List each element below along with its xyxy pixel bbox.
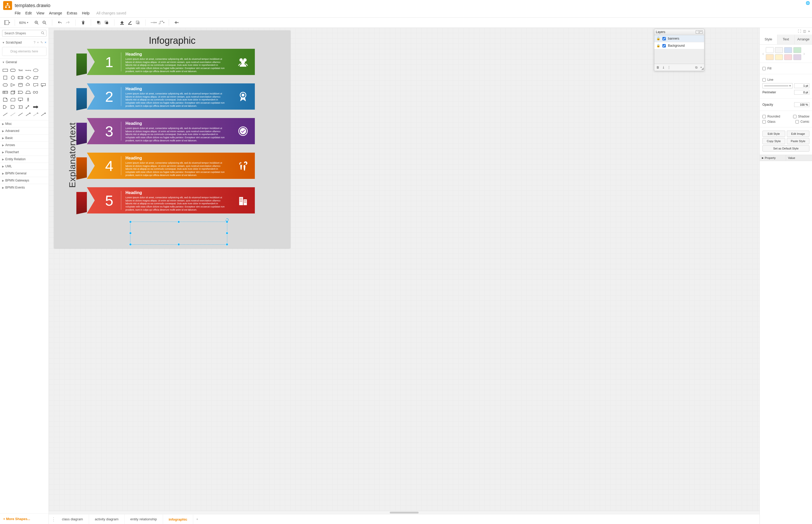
shape-ellipse[interactable] bbox=[32, 67, 39, 73]
shadow-icon[interactable] bbox=[134, 19, 141, 26]
infographic-title[interactable]: Infographic bbox=[54, 30, 290, 49]
format-panel-icon[interactable]: ◫ bbox=[803, 29, 806, 33]
shape-blank3[interactable] bbox=[40, 89, 46, 96]
line-checkbox[interactable] bbox=[762, 78, 766, 82]
shape-line1[interactable] bbox=[2, 111, 9, 117]
zoom-dropdown[interactable]: 60%▾ bbox=[19, 21, 28, 24]
cat-bpmn-general[interactable]: ▶BPMN General bbox=[0, 170, 49, 177]
cat-flowchart[interactable]: ▶Flowchart bbox=[0, 148, 49, 155]
collapse-icon[interactable]: » bbox=[808, 29, 810, 33]
line-color-icon[interactable] bbox=[127, 19, 133, 26]
shadow-checkbox[interactable] bbox=[793, 115, 797, 118]
layers-minimize-icon[interactable]: – bbox=[696, 30, 699, 34]
fullscreen-icon[interactable]: ⛶ bbox=[798, 29, 801, 33]
shape-triangle[interactable] bbox=[10, 82, 16, 88]
paste-style-button[interactable]: Paste Style bbox=[787, 138, 810, 144]
shape-trapezoid[interactable] bbox=[25, 89, 32, 96]
swatch-prev[interactable]: ‹ bbox=[762, 51, 764, 56]
menu-help[interactable]: Help bbox=[82, 11, 90, 15]
shape-blank4[interactable] bbox=[32, 97, 39, 103]
cat-advanced[interactable]: ▶Advanced bbox=[0, 127, 49, 134]
to-back-icon[interactable] bbox=[103, 19, 110, 26]
layer-delete-icon[interactable]: 🗑 bbox=[656, 66, 659, 69]
rounded-checkbox[interactable] bbox=[762, 115, 766, 118]
delete-icon[interactable] bbox=[80, 19, 86, 26]
lock-open-icon[interactable]: 🔓 bbox=[656, 37, 660, 40]
scratchpad-add-icon[interactable]: + bbox=[37, 40, 39, 44]
search-input[interactable] bbox=[2, 30, 46, 37]
insert-icon[interactable]: +▾ bbox=[173, 19, 180, 26]
rtab-style[interactable]: Style bbox=[760, 35, 777, 44]
horizontal-scrollbar[interactable] bbox=[49, 511, 760, 514]
shape-arrow-line-dashed[interactable] bbox=[32, 111, 39, 117]
language-icon[interactable]: 🌐 bbox=[806, 1, 810, 5]
edit-style-button[interactable]: Edit Style bbox=[762, 131, 785, 137]
general-header[interactable]: ▼General bbox=[0, 59, 49, 66]
to-front-icon[interactable] bbox=[95, 19, 102, 26]
shape-text[interactable]: Text bbox=[17, 67, 24, 73]
color-swatch[interactable] bbox=[775, 47, 783, 53]
zoom-in-icon[interactable] bbox=[33, 19, 40, 26]
tab-infographic[interactable]: infographic bbox=[163, 514, 193, 524]
cat-uml[interactable]: ▶UML bbox=[0, 163, 49, 170]
file-title[interactable]: templates.drawio bbox=[15, 3, 50, 9]
app-logo[interactable] bbox=[3, 1, 12, 10]
shape-process[interactable] bbox=[17, 75, 24, 81]
banner-ribbon[interactable]: 4HeadingLorem ipsum dolor sit amet, cons… bbox=[87, 153, 255, 179]
cat-arrows[interactable]: ▶Arrows bbox=[0, 141, 49, 148]
waypoints-icon[interactable]: ▾ bbox=[158, 19, 164, 26]
scratchpad-close-icon[interactable]: × bbox=[45, 40, 46, 44]
cat-bpmn-gateways[interactable]: ▶BPMN Gateways bbox=[0, 177, 49, 184]
shape-and[interactable] bbox=[10, 104, 16, 110]
glass-checkbox[interactable] bbox=[762, 120, 766, 124]
vertical-label[interactable]: Explanatorytext bbox=[67, 122, 77, 188]
banner-ribbon[interactable]: 2HeadingLorem ipsum dolor sit amet, cons… bbox=[87, 83, 255, 110]
redo-icon[interactable] bbox=[64, 19, 71, 26]
color-swatch[interactable] bbox=[793, 47, 801, 53]
shape-diamond[interactable] bbox=[25, 75, 32, 81]
set-default-style-button[interactable]: Set as Default Style bbox=[762, 145, 809, 152]
fill-checkbox[interactable] bbox=[762, 67, 766, 70]
banner-ribbon[interactable]: 1HeadingLorem ipsum dolor sit amet, cons… bbox=[87, 49, 255, 75]
shape-document[interactable] bbox=[32, 82, 39, 88]
scratchpad-help-icon[interactable]: ? bbox=[34, 40, 35, 44]
color-swatch[interactable] bbox=[784, 54, 792, 60]
cat-entity[interactable]: ▶Entity Relation bbox=[0, 155, 49, 163]
rotate-handle[interactable] bbox=[225, 218, 228, 222]
shape-circle[interactable] bbox=[10, 75, 16, 81]
shape-line2[interactable] bbox=[17, 111, 24, 117]
color-swatch[interactable] bbox=[766, 54, 774, 60]
banner-text[interactable]: HeadingLorem ipsum dolor sit amet, conse… bbox=[121, 187, 231, 213]
shape-internal[interactable] bbox=[2, 89, 9, 96]
line-width-input[interactable] bbox=[794, 83, 809, 88]
layer-row-background[interactable]: 🔒 Background bbox=[654, 42, 704, 49]
shape-rect[interactable] bbox=[2, 67, 9, 73]
canvas-area[interactable]: Infographic Explanatorytext 1HeadingLore… bbox=[49, 28, 760, 524]
tabs-menu-icon[interactable]: ⋮ bbox=[51, 517, 56, 522]
shape-arrow-line1[interactable] bbox=[25, 111, 32, 117]
shape-square[interactable] bbox=[2, 75, 9, 81]
rtab-arrange[interactable]: Arrange bbox=[794, 35, 812, 44]
scratchpad-drop[interactable]: Drag elements here bbox=[2, 47, 46, 56]
scratchpad-edit-icon[interactable]: ✎ bbox=[41, 40, 43, 44]
shape-roundrect[interactable] bbox=[10, 67, 16, 73]
layer-more-icon[interactable]: ⋮ bbox=[667, 66, 671, 69]
connection-icon[interactable]: ▾ bbox=[150, 19, 157, 26]
shape-cylinder[interactable] bbox=[17, 82, 24, 88]
shape-or[interactable] bbox=[2, 104, 9, 110]
menu-extras[interactable]: Extras bbox=[67, 11, 77, 15]
color-swatch[interactable] bbox=[775, 54, 783, 60]
shape-heading[interactable]: Heading bbox=[25, 67, 32, 73]
fill-color-icon[interactable] bbox=[118, 19, 125, 26]
page[interactable]: Infographic Explanatorytext 1HeadingLore… bbox=[54, 30, 290, 248]
shape-blank5[interactable] bbox=[40, 97, 46, 103]
more-shapes-button[interactable]: + More Shapes... bbox=[0, 513, 49, 524]
line-style-dropdown[interactable]: ▾ bbox=[762, 83, 793, 88]
layers-resize-handle[interactable]: ◢ bbox=[701, 67, 704, 70]
opacity-input[interactable] bbox=[794, 102, 809, 107]
swatch-next[interactable]: › bbox=[803, 51, 805, 56]
shape-callout[interactable] bbox=[17, 97, 24, 103]
search-icon[interactable] bbox=[41, 31, 44, 35]
banner-text[interactable]: HeadingLorem ipsum dolor sit amet, conse… bbox=[121, 153, 231, 179]
banner-text[interactable]: HeadingLorem ipsum dolor sit amet, conse… bbox=[121, 83, 231, 110]
